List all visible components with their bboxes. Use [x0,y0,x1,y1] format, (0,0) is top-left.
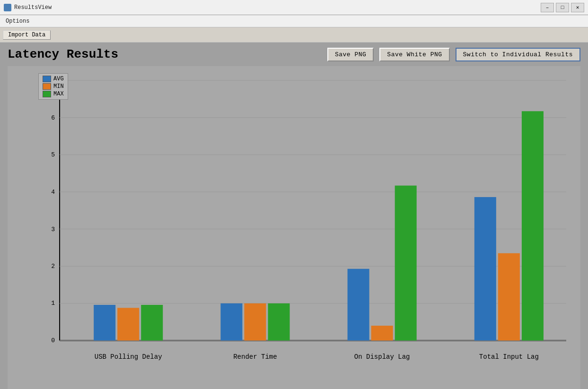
bar-usb-avg [94,305,115,340]
bar-render-min [244,303,266,341]
bar-usb-max [141,305,163,340]
bar-render-avg [220,303,242,341]
xlabel-render: Render Time [233,353,277,361]
close-button[interactable]: ✕ [571,3,584,12]
app-icon [4,4,11,11]
titlebar: ResultsView – □ ✕ [0,0,588,15]
svg-text:1: 1 [51,300,55,307]
main-content: Latency Results Save PNG Save White PNG … [0,43,588,389]
svg-text:3: 3 [51,226,55,233]
svg-text:2: 2 [51,263,55,270]
legend-avg-color [43,76,51,82]
switch-results-button[interactable]: Switch to Individual Results [456,48,580,61]
svg-text:0: 0 [51,337,55,344]
toolbar: Import Data [0,27,588,43]
xlabel-display: On Display Lag [354,353,410,361]
xlabel-total: Total Input Lag [479,353,539,361]
save-png-button[interactable]: Save PNG [327,48,374,61]
svg-text:6: 6 [51,114,55,121]
svg-text:5: 5 [51,151,55,158]
bar-display-avg [348,269,369,341]
save-white-png-button[interactable]: Save White PNG [379,48,449,61]
chart-title: Latency Results [8,47,118,61]
bar-total-avg [474,197,496,341]
legend-max-color [43,91,51,97]
legend-max: MAX [43,91,64,97]
bar-usb-min [117,308,139,340]
minimize-button[interactable]: – [541,3,554,12]
bar-render-max [268,303,290,341]
chart-header: Latency Results Save PNG Save White PNG … [8,47,580,61]
legend-min-label: MIN [53,83,64,90]
chart-container: AVG MIN MAX [8,66,580,389]
menubar: Options [0,15,588,27]
bar-total-max [522,111,544,340]
legend-min-color [43,83,51,90]
legend-avg: AVG [43,76,64,82]
options-menu[interactable]: Options [2,17,33,26]
svg-text:4: 4 [51,189,55,196]
bar-display-max [395,186,417,341]
titlebar-left: ResultsView [4,4,52,11]
bar-display-min [371,326,393,340]
legend-min: MIN [43,83,64,90]
chart-svg: 0 1 2 3 4 5 6 7 [31,71,576,374]
xlabel-usb: USB Polling Delay [95,353,162,361]
import-data-button[interactable]: Import Data [3,30,51,40]
bar-total-min [498,253,520,341]
maximize-button[interactable]: □ [556,3,569,12]
legend-avg-label: AVG [53,76,64,82]
legend: AVG MIN MAX [38,73,68,100]
legend-max-label: MAX [53,91,64,97]
titlebar-controls: – □ ✕ [541,3,584,12]
titlebar-title: ResultsView [14,4,52,11]
